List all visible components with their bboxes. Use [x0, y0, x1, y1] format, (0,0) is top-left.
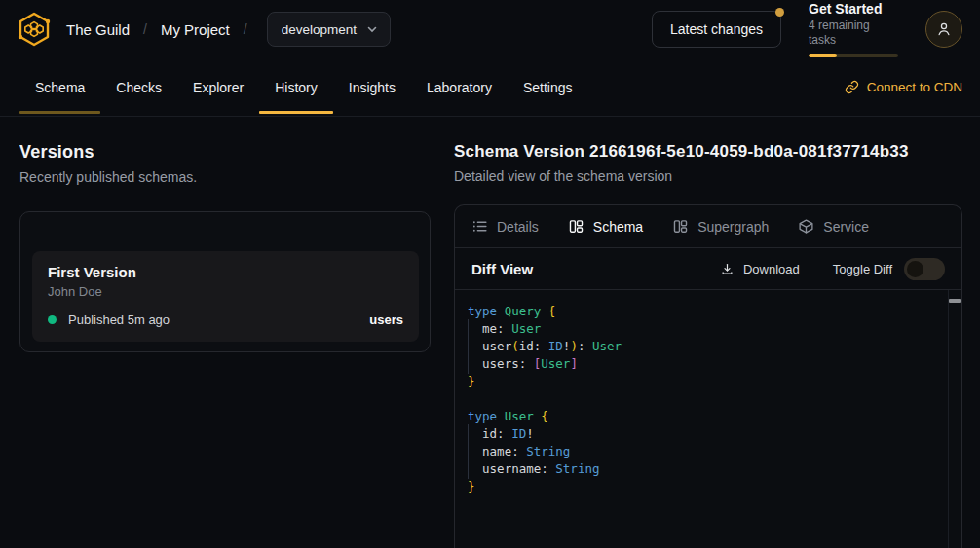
- schema-code-area: type Query { me: User user(id: ID!): Use…: [455, 290, 961, 548]
- get-started-widget[interactable]: Get Started 4 remaining tasks: [809, 1, 898, 57]
- toggle-diff-switch[interactable]: [904, 258, 945, 280]
- code-line: type User {: [468, 408, 938, 425]
- code-block: type Query { me: User user(id: ID!): Use…: [455, 290, 961, 505]
- version-name: First Version: [48, 264, 403, 280]
- breadcrumb-separator: /: [244, 21, 247, 37]
- versions-title: Versions: [19, 142, 431, 163]
- avatar-button[interactable]: [925, 11, 962, 48]
- code-line: [468, 390, 938, 408]
- toggle-diff-label: Toggle Diff: [833, 262, 892, 276]
- version-service-badge: users: [369, 312, 403, 327]
- code-line: name: String: [468, 443, 938, 460]
- breadcrumb-separator: /: [143, 21, 147, 37]
- chevron-down-icon: [366, 23, 378, 35]
- schema-version-panel: Schema Version 2166196f-5e10-4059-bd0a-0…: [454, 142, 962, 548]
- progress-fill: [809, 54, 837, 57]
- schema-version-title: Schema Version 2166196f-5e10-4059-bd0a-0…: [454, 142, 962, 162]
- schema-tab-strip: Details Schema: [455, 205, 961, 248]
- nav-tab-checks[interactable]: Checks: [100, 58, 177, 116]
- connect-cdn-label: Connect to CDN: [867, 80, 962, 94]
- versions-panel: Versions Recently published schemas. Fir…: [19, 142, 431, 548]
- box-icon: [798, 218, 814, 235]
- code-line: id: ID!: [468, 425, 938, 443]
- target-select-value: development: [282, 22, 357, 37]
- code-line: users: [User]: [468, 355, 938, 373]
- schema-version-subtitle: Detailed view of the schema version: [454, 168, 962, 184]
- breadcrumb-project[interactable]: My Project: [161, 21, 230, 38]
- tab-schema[interactable]: Schema: [568, 218, 643, 235]
- code-line: user(id: ID!): User: [468, 338, 938, 355]
- version-status: Published 5m ago: [68, 312, 170, 327]
- main-nav: Schema Checks Explorer History Insights …: [0, 58, 980, 117]
- get-started-subtitle: 4 remaining tasks: [809, 18, 898, 48]
- get-started-progress-track: [809, 54, 898, 57]
- code-line: }: [468, 478, 938, 495]
- scrollbar-track: [948, 290, 961, 548]
- latest-changes-label: Latest changes: [670, 21, 763, 37]
- breadcrumb-org[interactable]: The Guild: [66, 21, 130, 38]
- connect-to-cdn-link[interactable]: Connect to CDN: [845, 58, 962, 116]
- panels-icon: [672, 218, 689, 235]
- get-started-title: Get Started: [809, 1, 898, 18]
- download-label: Download: [743, 262, 800, 276]
- versions-subtitle: Recently published schemas.: [19, 169, 431, 185]
- main-content: Versions Recently published schemas. Fir…: [0, 117, 980, 548]
- latest-changes-button[interactable]: Latest changes: [652, 11, 781, 48]
- user-icon: [935, 20, 953, 38]
- download-button[interactable]: Download: [720, 262, 800, 276]
- code-line: }: [468, 373, 938, 390]
- link-icon: [845, 80, 859, 94]
- code-line: type Query {: [468, 303, 938, 320]
- tab-details[interactable]: Details: [471, 218, 539, 235]
- published-status-dot: [48, 315, 57, 324]
- switch-knob: [907, 261, 923, 277]
- tab-service[interactable]: Service: [798, 218, 869, 235]
- nav-tab-laboratory[interactable]: Laboratory: [411, 58, 508, 116]
- notification-dot: [775, 8, 784, 17]
- tab-supergraph[interactable]: Supergraph: [672, 218, 769, 235]
- nav-tab-insights[interactable]: Insights: [333, 58, 411, 116]
- versions-list: First Version John Doe Published 5m ago …: [19, 211, 431, 352]
- version-list-item[interactable]: First Version John Doe Published 5m ago …: [32, 251, 419, 342]
- code-line: me: User: [468, 320, 938, 338]
- version-author: John Doe: [48, 284, 403, 299]
- code-line: username: String: [468, 460, 938, 478]
- download-icon: [720, 262, 735, 276]
- guild-logo-icon[interactable]: [16, 11, 53, 48]
- nav-tab-schema[interactable]: Schema: [19, 58, 100, 116]
- top-bar: The Guild / My Project / development Lat…: [0, 0, 980, 58]
- nav-tab-explorer[interactable]: Explorer: [177, 58, 259, 116]
- list-icon: [471, 218, 488, 235]
- nav-tab-settings[interactable]: Settings: [508, 58, 588, 116]
- diff-view-header: Diff View Download Toggle Diff: [455, 248, 961, 290]
- panels-icon: [568, 218, 584, 235]
- schema-version-card: Details Schema: [454, 204, 962, 548]
- diff-view-title: Diff View: [471, 261, 533, 277]
- scrollbar-thumb[interactable]: [949, 299, 961, 303]
- target-select[interactable]: development: [267, 12, 391, 47]
- nav-tab-history[interactable]: History: [259, 58, 333, 116]
